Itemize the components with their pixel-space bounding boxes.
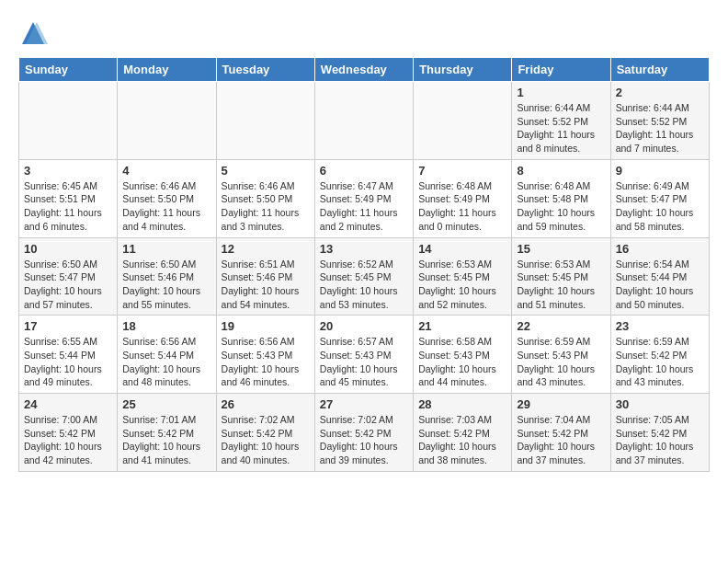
day-info: Sunrise: 6:47 AM Sunset: 5:49 PM Dayligh… bbox=[320, 179, 408, 234]
day-info: Sunrise: 6:44 AM Sunset: 5:52 PM Dayligh… bbox=[616, 101, 704, 155]
day-info: Sunrise: 6:53 AM Sunset: 5:45 PM Dayligh… bbox=[418, 258, 506, 312]
calendar-cell: 24Sunrise: 7:00 AM Sunset: 5:42 PM Dayli… bbox=[19, 394, 118, 472]
weekday-header: Monday bbox=[118, 58, 216, 82]
calendar-cell: 4Sunrise: 6:46 AM Sunset: 5:50 PM Daylig… bbox=[118, 159, 216, 237]
day-info: Sunrise: 7:00 AM Sunset: 5:42 PM Dayligh… bbox=[24, 413, 112, 467]
calendar-cell: 12Sunrise: 6:51 AM Sunset: 5:46 PM Dayli… bbox=[216, 237, 314, 316]
calendar-cell: 30Sunrise: 7:05 AM Sunset: 5:42 PM Dayli… bbox=[610, 394, 709, 472]
day-info: Sunrise: 6:44 AM Sunset: 5:52 PM Dayligh… bbox=[517, 101, 605, 155]
day-number: 6 bbox=[320, 164, 408, 178]
calendar-cell bbox=[314, 82, 413, 160]
day-info: Sunrise: 6:51 AM Sunset: 5:46 PM Dayligh… bbox=[222, 258, 310, 312]
weekday-header: Friday bbox=[512, 58, 610, 82]
calendar-cell: 6Sunrise: 6:47 AM Sunset: 5:49 PM Daylig… bbox=[314, 159, 413, 237]
day-number: 5 bbox=[222, 164, 310, 178]
day-info: Sunrise: 7:05 AM Sunset: 5:42 PM Dayligh… bbox=[616, 413, 704, 467]
calendar-week-row: 3Sunrise: 6:45 AM Sunset: 5:51 PM Daylig… bbox=[19, 159, 710, 237]
weekday-header: Wednesday bbox=[314, 58, 413, 82]
logo-icon bbox=[18, 18, 48, 48]
calendar-cell: 11Sunrise: 6:50 AM Sunset: 5:46 PM Dayli… bbox=[118, 237, 216, 316]
calendar-table: SundayMondayTuesdayWednesdayThursdayFrid… bbox=[18, 57, 710, 472]
calendar-week-row: 10Sunrise: 6:50 AM Sunset: 5:47 PM Dayli… bbox=[19, 237, 710, 316]
day-info: Sunrise: 6:50 AM Sunset: 5:46 PM Dayligh… bbox=[122, 258, 210, 312]
calendar-cell: 9Sunrise: 6:49 AM Sunset: 5:47 PM Daylig… bbox=[610, 159, 709, 237]
day-info: Sunrise: 6:48 AM Sunset: 5:48 PM Dayligh… bbox=[517, 179, 605, 234]
page-header bbox=[18, 18, 710, 48]
day-info: Sunrise: 6:50 AM Sunset: 5:47 PM Dayligh… bbox=[24, 258, 112, 312]
day-number: 14 bbox=[418, 242, 506, 256]
calendar-cell: 7Sunrise: 6:48 AM Sunset: 5:49 PM Daylig… bbox=[414, 159, 512, 237]
day-number: 19 bbox=[222, 319, 310, 333]
day-number: 28 bbox=[418, 397, 506, 411]
day-number: 4 bbox=[122, 164, 210, 178]
calendar-cell: 15Sunrise: 6:53 AM Sunset: 5:45 PM Dayli… bbox=[512, 237, 610, 316]
day-number: 15 bbox=[517, 242, 605, 256]
calendar-cell: 16Sunrise: 6:54 AM Sunset: 5:44 PM Dayli… bbox=[610, 237, 709, 316]
calendar-cell: 27Sunrise: 7:02 AM Sunset: 5:42 PM Dayli… bbox=[314, 394, 413, 472]
day-number: 2 bbox=[616, 86, 704, 99]
day-info: Sunrise: 6:59 AM Sunset: 5:42 PM Dayligh… bbox=[616, 335, 704, 389]
day-number: 8 bbox=[517, 164, 605, 178]
calendar-cell bbox=[414, 82, 512, 160]
day-number: 11 bbox=[122, 242, 210, 256]
day-number: 29 bbox=[517, 397, 605, 411]
day-number: 1 bbox=[517, 86, 605, 99]
day-info: Sunrise: 6:56 AM Sunset: 5:43 PM Dayligh… bbox=[222, 335, 310, 389]
day-number: 25 bbox=[122, 397, 210, 411]
day-number: 17 bbox=[24, 319, 112, 333]
day-number: 10 bbox=[24, 242, 112, 256]
day-number: 27 bbox=[320, 397, 408, 411]
calendar-cell: 22Sunrise: 6:59 AM Sunset: 5:43 PM Dayli… bbox=[512, 316, 610, 394]
calendar-cell: 5Sunrise: 6:46 AM Sunset: 5:50 PM Daylig… bbox=[216, 159, 314, 237]
day-number: 21 bbox=[418, 319, 506, 333]
day-info: Sunrise: 6:45 AM Sunset: 5:51 PM Dayligh… bbox=[24, 179, 112, 234]
weekday-header: Tuesday bbox=[216, 58, 314, 82]
day-number: 23 bbox=[616, 319, 704, 333]
day-info: Sunrise: 6:46 AM Sunset: 5:50 PM Dayligh… bbox=[122, 179, 210, 234]
day-info: Sunrise: 6:49 AM Sunset: 5:47 PM Dayligh… bbox=[616, 179, 704, 234]
day-number: 12 bbox=[222, 242, 310, 256]
calendar-week-row: 24Sunrise: 7:00 AM Sunset: 5:42 PM Dayli… bbox=[19, 394, 710, 472]
calendar-cell: 18Sunrise: 6:56 AM Sunset: 5:44 PM Dayli… bbox=[118, 316, 216, 394]
calendar-week-row: 1Sunrise: 6:44 AM Sunset: 5:52 PM Daylig… bbox=[19, 82, 710, 160]
day-number: 13 bbox=[320, 242, 408, 256]
day-number: 3 bbox=[24, 164, 112, 178]
calendar-header-row: SundayMondayTuesdayWednesdayThursdayFrid… bbox=[19, 58, 710, 82]
day-info: Sunrise: 6:52 AM Sunset: 5:45 PM Dayligh… bbox=[320, 258, 408, 312]
day-info: Sunrise: 6:56 AM Sunset: 5:44 PM Dayligh… bbox=[122, 335, 210, 389]
day-info: Sunrise: 6:48 AM Sunset: 5:49 PM Dayligh… bbox=[418, 179, 506, 234]
day-number: 24 bbox=[24, 397, 112, 411]
calendar-cell: 14Sunrise: 6:53 AM Sunset: 5:45 PM Dayli… bbox=[414, 237, 512, 316]
calendar-cell: 3Sunrise: 6:45 AM Sunset: 5:51 PM Daylig… bbox=[19, 159, 118, 237]
calendar-week-row: 17Sunrise: 6:55 AM Sunset: 5:44 PM Dayli… bbox=[19, 316, 710, 394]
calendar-cell: 29Sunrise: 7:04 AM Sunset: 5:42 PM Dayli… bbox=[512, 394, 610, 472]
weekday-header: Sunday bbox=[19, 58, 118, 82]
day-info: Sunrise: 7:04 AM Sunset: 5:42 PM Dayligh… bbox=[517, 413, 605, 467]
day-info: Sunrise: 6:57 AM Sunset: 5:43 PM Dayligh… bbox=[320, 335, 408, 389]
day-info: Sunrise: 7:03 AM Sunset: 5:42 PM Dayligh… bbox=[418, 413, 506, 467]
weekday-header: Thursday bbox=[414, 58, 512, 82]
day-number: 18 bbox=[122, 319, 210, 333]
calendar-cell: 17Sunrise: 6:55 AM Sunset: 5:44 PM Dayli… bbox=[19, 316, 118, 394]
day-number: 26 bbox=[222, 397, 310, 411]
day-info: Sunrise: 6:59 AM Sunset: 5:43 PM Dayligh… bbox=[517, 335, 605, 389]
calendar-cell bbox=[19, 82, 118, 160]
day-number: 7 bbox=[418, 164, 506, 178]
calendar-cell: 13Sunrise: 6:52 AM Sunset: 5:45 PM Dayli… bbox=[314, 237, 413, 316]
day-number: 9 bbox=[616, 164, 704, 178]
calendar-cell bbox=[216, 82, 314, 160]
calendar-cell: 1Sunrise: 6:44 AM Sunset: 5:52 PM Daylig… bbox=[512, 82, 610, 160]
calendar-cell: 26Sunrise: 7:02 AM Sunset: 5:42 PM Dayli… bbox=[216, 394, 314, 472]
logo bbox=[18, 18, 51, 48]
calendar-cell bbox=[118, 82, 216, 160]
calendar-cell: 2Sunrise: 6:44 AM Sunset: 5:52 PM Daylig… bbox=[610, 82, 709, 160]
calendar-cell: 19Sunrise: 6:56 AM Sunset: 5:43 PM Dayli… bbox=[216, 316, 314, 394]
calendar-cell: 8Sunrise: 6:48 AM Sunset: 5:48 PM Daylig… bbox=[512, 159, 610, 237]
day-number: 16 bbox=[616, 242, 704, 256]
day-number: 30 bbox=[616, 397, 704, 411]
day-info: Sunrise: 6:46 AM Sunset: 5:50 PM Dayligh… bbox=[222, 179, 310, 234]
calendar-cell: 20Sunrise: 6:57 AM Sunset: 5:43 PM Dayli… bbox=[314, 316, 413, 394]
day-info: Sunrise: 6:55 AM Sunset: 5:44 PM Dayligh… bbox=[24, 335, 112, 389]
day-number: 22 bbox=[517, 319, 605, 333]
day-info: Sunrise: 6:54 AM Sunset: 5:44 PM Dayligh… bbox=[616, 258, 704, 312]
